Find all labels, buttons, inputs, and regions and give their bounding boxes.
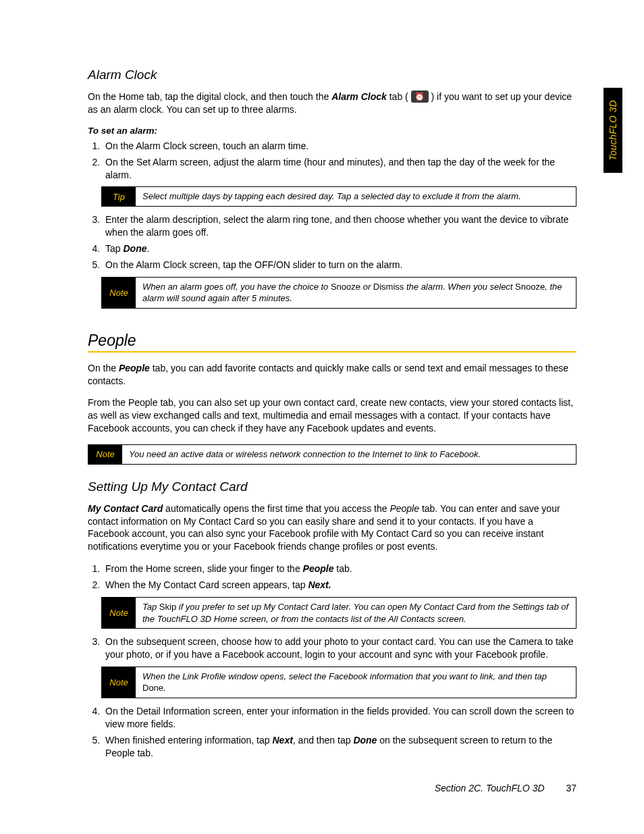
- section-rule: [88, 351, 576, 353]
- text-italic: People: [390, 503, 419, 514]
- text-bold: Done: [123, 243, 146, 254]
- text-roman: Snooze: [515, 282, 545, 292]
- tip-text: Select multiple days by tapping each des…: [136, 187, 576, 206]
- text-bold: Next.: [308, 579, 331, 590]
- list-item: Tap Done.: [103, 242, 576, 255]
- alarm-clock-icon: [411, 90, 429, 103]
- text-bold: People: [303, 563, 334, 574]
- alarm-intro: On the Home tab, tap the digital clock, …: [88, 90, 576, 116]
- text: automatically opens the first time that …: [163, 503, 390, 514]
- text-roman: Dismiss: [373, 282, 404, 292]
- text: When the Link Profile window opens, sele…: [142, 671, 547, 681]
- text: When the My Contact Card screen appears,…: [105, 579, 308, 590]
- text: .: [146, 243, 149, 254]
- contact-steps-3: On the Detail Information screen, enter …: [88, 705, 576, 760]
- note-text: Tap Skip if you prefer to set up My Cont…: [136, 598, 576, 628]
- text-roman: Done: [142, 683, 163, 693]
- note-text: When an alarm goes off, you have the cho…: [136, 278, 576, 308]
- text: Tap: [105, 243, 123, 254]
- text: On the: [88, 363, 119, 373]
- list-item: When finished entering information, tap …: [103, 734, 576, 760]
- list-item: On the Alarm Clock screen, tap the OFF/O…: [103, 259, 576, 271]
- people-p2: From the People tab, you can also set up…: [88, 396, 576, 435]
- text: tab (: [387, 91, 411, 102]
- note-label: Note: [102, 598, 136, 628]
- list-item: On the subsequent screen, choose how to …: [103, 635, 576, 661]
- note-label: Note: [102, 667, 136, 698]
- text: From the Home screen, slide your finger …: [105, 563, 303, 574]
- contact-card-p1: My Contact Card automatically opens the …: [88, 502, 576, 554]
- text: or: [360, 282, 373, 292]
- heading-people: People: [88, 332, 576, 350]
- note-text: When the Link Profile window opens, sele…: [136, 667, 576, 698]
- text: if you prefer to set up My Contact Card …: [142, 602, 568, 624]
- text: When an alarm goes off, you have the cho…: [142, 282, 331, 292]
- note-text: You need an active data or wireless netw…: [122, 445, 576, 464]
- side-tab: TouchFLO 3D: [603, 88, 622, 173]
- list-item: When the My Contact Card screen appears,…: [103, 579, 576, 592]
- note-callout-people: Note You need an active data or wireless…: [88, 444, 576, 465]
- footer-section: Section 2C. TouchFLO 3D: [435, 783, 545, 793]
- text-roman: Skip: [159, 602, 176, 612]
- list-item: On the Set Alarm screen, adjust the alar…: [103, 156, 576, 182]
- page: TouchFLO 3D Alarm Clock On the Home tab,…: [0, 0, 644, 834]
- text-bold: Alarm Clock: [331, 91, 387, 102]
- page-number: 37: [566, 783, 576, 793]
- alarm-steps-2: Enter the alarm description, select the …: [88, 213, 576, 271]
- heading-alarm-clock: Alarm Clock: [88, 68, 576, 82]
- text: tab, you can add favorite contacts and q…: [88, 363, 568, 386]
- list-item: From the Home screen, slide your finger …: [103, 563, 576, 575]
- text: the alarm. When you select: [404, 282, 515, 292]
- contact-steps-1: From the Home screen, slide your finger …: [88, 563, 576, 592]
- text-bold: People: [119, 363, 150, 373]
- text: tab.: [333, 563, 352, 574]
- note-label: Note: [88, 445, 122, 464]
- list-item: On the Alarm Clock screen, touch an alar…: [103, 140, 576, 153]
- contact-steps-2: On the subsequent screen, choose how to …: [88, 635, 576, 661]
- text: , and then tap: [293, 735, 354, 746]
- note-callout-alarm: Note When an alarm goes off, you have th…: [101, 277, 576, 309]
- text-bold: Done: [353, 735, 377, 746]
- text: .: [163, 683, 166, 693]
- text-bold: Next: [272, 735, 292, 746]
- heading-contact-card: Setting Up My Contact Card: [88, 479, 576, 494]
- page-footer: Section 2C. TouchFLO 3D 37: [435, 783, 576, 793]
- alarm-proc-intro: To set an alarm:: [88, 126, 576, 136]
- alarm-steps-1: On the Alarm Clock screen, touch an alar…: [88, 140, 576, 182]
- text-bold: My Contact Card: [88, 503, 163, 514]
- text: On the Home tab, tap the digital clock, …: [88, 91, 331, 102]
- tip-label: Tip: [102, 187, 136, 206]
- people-p1: On the People tab, you can add favorite …: [88, 362, 576, 388]
- note-callout-contact-1: Note Tap Skip if you prefer to set up My…: [101, 597, 576, 629]
- text: Tap: [142, 602, 159, 612]
- note-callout-contact-2: Note When the Link Profile window opens,…: [101, 667, 576, 698]
- list-item: On the Detail Information screen, enter …: [103, 705, 576, 731]
- tip-callout: Tip Select multiple days by tapping each…: [101, 186, 576, 207]
- text-roman: Snooze: [331, 282, 360, 292]
- list-item: Enter the alarm description, select the …: [103, 213, 576, 239]
- text: When finished entering information, tap: [105, 735, 272, 746]
- note-label: Note: [102, 278, 136, 308]
